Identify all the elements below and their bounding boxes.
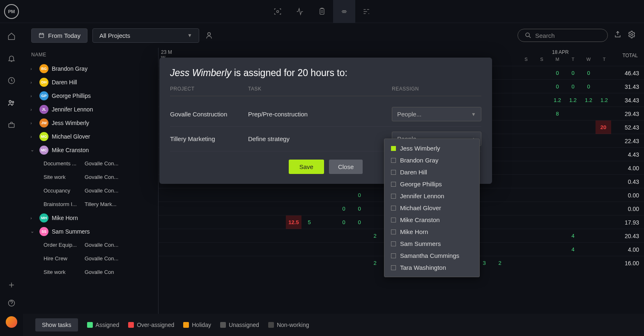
checkbox[interactable]	[391, 158, 396, 163]
workload-cell[interactable]: 8	[550, 107, 565, 120]
expand-icon[interactable]: ›	[30, 66, 36, 71]
clock-icon[interactable]	[7, 76, 16, 86]
workload-cell[interactable]: 2	[492, 256, 508, 270]
task-row[interactable]: Order Equip...Govalle Con...	[23, 238, 158, 252]
close-button[interactable]: Close	[329, 160, 363, 174]
workload-cell[interactable]: 4	[565, 229, 581, 243]
people-option[interactable]: Samantha Cummings	[384, 250, 479, 262]
workload-cell[interactable]: 2	[367, 229, 383, 243]
workload-cell[interactable]: 0	[352, 202, 367, 216]
workload-cell[interactable]: 0	[581, 80, 596, 93]
person-row[interactable]: ⌄SSSam Summers	[23, 225, 158, 238]
activity-icon[interactable]	[289, 0, 311, 23]
people-option[interactable]: Daren Hill	[384, 166, 479, 178]
checkbox[interactable]	[391, 194, 396, 199]
task-row[interactable]: Site workGovalle Con...	[23, 170, 158, 184]
people-option[interactable]: Michael Glover	[384, 202, 479, 214]
checkbox[interactable]	[391, 146, 396, 151]
scan-icon[interactable]	[267, 0, 289, 23]
person-filter-icon[interactable]	[204, 30, 214, 40]
checkbox[interactable]	[391, 218, 396, 222]
expand-icon[interactable]: ›	[30, 80, 36, 85]
task-row[interactable]: Documents ...Govalle Con...	[23, 157, 158, 170]
workload-cell[interactable]: 0	[565, 80, 581, 93]
checkbox[interactable]	[391, 229, 396, 234]
people-icon[interactable]	[7, 98, 16, 108]
workload-cell[interactable]: 0	[581, 66, 596, 80]
checkbox[interactable]	[391, 206, 396, 211]
people-option[interactable]: Brandon Gray	[384, 154, 479, 166]
checkbox[interactable]	[391, 265, 396, 270]
expand-icon[interactable]: ›	[30, 107, 36, 112]
people-option[interactable]: Jennifer Lennon	[384, 190, 479, 202]
people-select[interactable]: People...▼	[392, 107, 481, 121]
logo[interactable]: PM	[0, 0, 23, 23]
workload-cell[interactable]: 12.5	[286, 216, 301, 229]
expand-icon[interactable]: ›	[30, 134, 36, 139]
expand-icon[interactable]: ›	[30, 120, 36, 125]
task-row[interactable]: Hire CrewGovalle Con...	[23, 252, 158, 265]
workload-cell[interactable]: 1.2	[581, 93, 596, 107]
person-row[interactable]: ›JLJennifer Lennon	[23, 102, 158, 116]
workload-cell[interactable]: 1.2	[596, 93, 612, 107]
legend-label: Holiday	[192, 322, 211, 328]
share-icon[interactable]	[614, 30, 622, 40]
person-row[interactable]: ›MHMike Horn	[23, 211, 158, 225]
workload-cell[interactable]: 0	[352, 188, 367, 202]
task-row[interactable]: OccupancyGovalle Con...	[23, 184, 158, 197]
workload-cell[interactable]: 0	[565, 66, 581, 80]
workload-cell[interactable]: 0	[352, 216, 367, 229]
checkbox[interactable]	[391, 182, 396, 187]
workload-cell[interactable]: 20	[596, 120, 611, 134]
total-cell: 4.43	[628, 148, 639, 161]
plus-icon[interactable]	[7, 280, 16, 290]
date-label-2: 18 APR	[552, 49, 569, 55]
briefcase-icon[interactable]	[7, 120, 16, 130]
help-icon[interactable]	[7, 298, 16, 308]
expand-icon[interactable]: ›	[30, 216, 36, 220]
checkbox[interactable]	[391, 170, 396, 175]
workload-cell[interactable]: 1.2	[565, 93, 581, 107]
people-dropdown[interactable]: Jess WimberlyBrandon GrayDaren HillGeorg…	[384, 139, 480, 277]
people-option[interactable]: Mike Cranston	[384, 214, 479, 226]
flow-icon[interactable]	[355, 0, 377, 23]
workload-cell[interactable]: 0	[550, 66, 565, 80]
people-option[interactable]: Mike Horn	[384, 226, 479, 238]
people-option[interactable]: George Phillips	[384, 178, 479, 190]
workload-cell[interactable]: 0	[550, 80, 565, 93]
workload-cell[interactable]: 0	[336, 202, 352, 216]
gear-icon[interactable]	[628, 30, 636, 40]
expand-icon[interactable]: ⌄	[30, 229, 36, 234]
person-row[interactable]: ›BGBrandon Gray	[23, 62, 158, 75]
search-input[interactable]: Search	[518, 29, 608, 42]
show-tasks-button[interactable]: Show tasks	[35, 318, 78, 331]
from-today-button[interactable]: From Today	[31, 28, 87, 43]
checkbox[interactable]	[391, 241, 396, 246]
person-row[interactable]: ⌄MCMike Cranston	[23, 143, 158, 157]
workload-cell[interactable]: 0	[336, 216, 352, 229]
person-row[interactable]: ›GPGeorge Phillips	[23, 89, 158, 102]
expand-icon[interactable]: ›	[30, 93, 36, 98]
person-row[interactable]: ›DHDaren Hill	[23, 75, 158, 89]
workload-cell[interactable]: 4	[565, 243, 581, 256]
user-avatar[interactable]	[6, 316, 17, 328]
bell-icon[interactable]	[7, 53, 16, 63]
people-option[interactable]: Tara Washington	[384, 262, 479, 273]
workload-cell[interactable]: 2	[367, 256, 383, 270]
people-option[interactable]: Sam Summers	[384, 238, 479, 250]
task-row[interactable]: Brainstorm I...Tillery Mark...	[23, 197, 158, 211]
home-icon[interactable]	[7, 31, 16, 41]
attachment-icon[interactable]	[333, 0, 355, 23]
projects-dropdown[interactable]: All Projects ▼	[92, 28, 199, 43]
save-button[interactable]: Save	[289, 160, 324, 174]
checkbox[interactable]	[391, 253, 396, 258]
workload-cell[interactable]: 5	[301, 216, 317, 229]
clipboard-icon[interactable]	[311, 0, 333, 23]
task-name: Site work	[44, 174, 85, 180]
task-row[interactable]: Site workGovalle Con	[23, 265, 158, 279]
person-row[interactable]: ›JWJess Wimberly	[23, 116, 158, 130]
expand-icon[interactable]: ⌄	[30, 147, 36, 153]
workload-cell[interactable]: 1.2	[550, 93, 565, 107]
person-row[interactable]: ›MGMichael Glover	[23, 130, 158, 143]
people-option[interactable]: Jess Wimberly	[384, 142, 479, 154]
